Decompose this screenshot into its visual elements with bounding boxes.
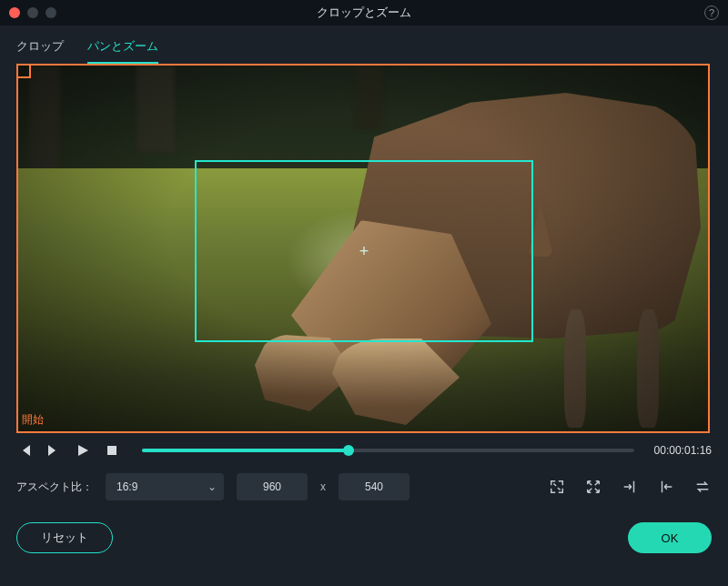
dimension-separator: x — [320, 480, 326, 493]
stop-button[interactable] — [104, 442, 120, 459]
aspect-ratio-label: アスペクト比： — [16, 480, 93, 495]
swap-icon[interactable] — [693, 478, 712, 496]
start-marker-label: 開始 — [22, 412, 44, 428]
window-maximize-button[interactable] — [46, 7, 56, 18]
preview-frame[interactable]: + 開始 — [16, 64, 710, 433]
aspect-ratio-row: アスペクト比： 16:9 ⌄ x — [0, 464, 728, 506]
playback-controls: 00:00:01:16 — [0, 433, 728, 464]
crop-height-input[interactable] — [339, 473, 410, 500]
tab-crop[interactable]: クロップ — [16, 38, 64, 64]
reset-button[interactable]: リセット — [16, 522, 113, 553]
next-frame-button[interactable] — [46, 442, 62, 459]
ok-button[interactable]: OK — [628, 522, 712, 553]
crop-rectangle[interactable]: + — [195, 160, 533, 342]
svg-rect-0 — [107, 446, 116, 455]
prev-frame-button[interactable] — [16, 442, 33, 459]
crop-width-input[interactable] — [237, 473, 308, 500]
tab-bar: クロップ パンとズーム — [0, 25, 728, 64]
dialog-footer: リセット OK — [0, 506, 728, 553]
window-close-button[interactable] — [9, 7, 20, 18]
seek-bar[interactable] — [142, 449, 634, 452]
play-button[interactable] — [75, 442, 91, 459]
help-button[interactable]: ? — [704, 5, 719, 20]
titlebar: クロップとズーム ? — [0, 0, 728, 25]
window-controls — [9, 7, 56, 18]
crop-center-crosshair-icon: + — [359, 242, 369, 261]
expand-icon[interactable] — [584, 478, 602, 496]
window-minimize-button[interactable] — [27, 7, 38, 18]
fit-screen-icon[interactable] — [548, 478, 566, 496]
align-left-icon[interactable] — [657, 478, 675, 496]
window-title: クロップとズーム — [0, 5, 728, 21]
seek-thumb[interactable] — [343, 445, 354, 456]
timecode: 00:00:01:16 — [654, 444, 712, 457]
tab-pan-zoom[interactable]: パンとズーム — [87, 38, 158, 64]
align-right-icon[interactable] — [621, 478, 639, 496]
aspect-ratio-select[interactable]: 16:9 — [106, 473, 224, 500]
